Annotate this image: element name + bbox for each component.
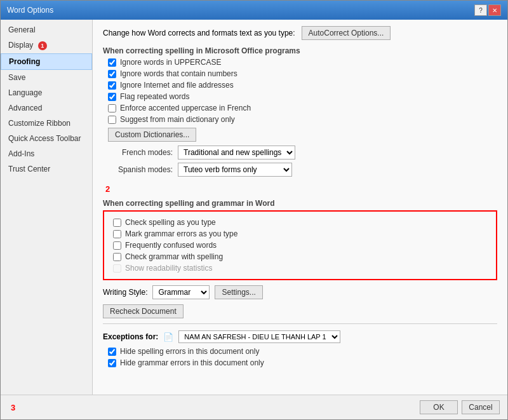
checkbox-grammar-errors: Mark grammar errors as you type — [113, 229, 492, 238]
writing-style-row: Writing Style: Grammar Settings... — [103, 285, 497, 299]
spanish-modes-select[interactable]: Tuteo verb forms only — [178, 163, 292, 177]
checkbox-hide-spelling-label: Hide spelling errors in this document on… — [120, 347, 259, 356]
sidebar-label-add-ins: Add-Ins — [8, 149, 34, 158]
checkbox-readability: Show readability statistics — [113, 264, 492, 273]
bottom-bar: 3 OK Cancel — [1, 395, 507, 419]
writing-style-label: Writing Style: — [103, 288, 147, 297]
checkbox-hide-grammar-label: Hide grammar errors in this document onl… — [120, 358, 264, 367]
display-badge: 1 — [38, 41, 47, 50]
checkbox-readability-label: Show readability statistics — [125, 264, 212, 273]
document-icon: 📄 — [163, 332, 173, 342]
sidebar-label-display: Display — [8, 41, 33, 50]
checkbox-uppercase-input[interactable] — [108, 58, 116, 67]
checkbox-accented-input[interactable] — [108, 104, 116, 112]
title-bar-buttons: ? ✕ — [474, 4, 501, 16]
sidebar-item-advanced[interactable]: Advanced — [1, 100, 92, 116]
checkbox-dictionary-label: Suggest from main dictionary only — [120, 115, 235, 124]
sidebar-item-general[interactable]: General — [1, 22, 92, 37]
dialog-body: General Display 1 Proofing Save Language… — [1, 20, 507, 395]
checkbox-grammar-errors-label: Mark grammar errors as you type — [125, 229, 237, 238]
sidebar: General Display 1 Proofing Save Language… — [1, 20, 93, 395]
sidebar-label-customize-ribbon: Customize Ribbon — [8, 119, 70, 128]
word-grammar-section: Check spelling as you type Mark grammar … — [103, 210, 497, 280]
sidebar-label-trust-center: Trust Center — [8, 165, 50, 173]
checkbox-grammar-errors-input[interactable] — [113, 230, 121, 238]
checkbox-confused-words-label: Frequently confused words — [125, 241, 217, 250]
sidebar-item-save[interactable]: Save — [1, 70, 92, 85]
checkbox-numbers: Ignore words that contain numbers — [108, 69, 497, 78]
checkbox-dictionary: Suggest from main dictionary only — [108, 115, 497, 124]
checkbox-spell-as-type-input[interactable] — [113, 219, 121, 227]
ok-button[interactable]: OK — [420, 400, 458, 414]
sidebar-item-customize-ribbon[interactable]: Customize Ribbon — [1, 116, 92, 131]
settings-button[interactable]: Settings... — [215, 285, 262, 299]
checkbox-hide-grammar: Hide grammar errors in this document onl… — [108, 358, 497, 367]
badge2-row: 2 — [103, 184, 497, 194]
sidebar-label-proofing: Proofing — [9, 57, 40, 66]
close-button[interactable]: ✕ — [488, 4, 501, 16]
sidebar-item-display[interactable]: Display 1 — [1, 37, 92, 53]
sidebar-item-add-ins[interactable]: Add-Ins — [1, 146, 92, 161]
checkbox-uppercase: Ignore words in UPPERCASE — [108, 58, 497, 67]
word-options-dialog: Word Options ? ✕ General Display 1 Proof… — [0, 0, 508, 420]
checkbox-grammar-spelling-input[interactable] — [113, 253, 121, 261]
checkbox-grammar-spelling: Check grammar with spelling — [113, 252, 492, 261]
checkbox-readability-input[interactable] — [113, 264, 121, 273]
autocorrect-row: Change how Word corrects and formats tex… — [103, 26, 497, 40]
recheck-row: Recheck Document — [103, 304, 497, 318]
writing-style-select[interactable]: Grammar — [152, 285, 210, 299]
cancel-button[interactable]: Cancel — [462, 400, 500, 414]
help-button[interactable]: ? — [474, 4, 487, 16]
autocorrect-label: Change how Word corrects and formats tex… — [103, 29, 295, 37]
checkbox-spell-as-type: Check spelling as you type — [113, 218, 492, 227]
spanish-mode-row: Spanish modes: Tuteo verb forms only — [103, 163, 497, 177]
french-modes-label: French modes: — [103, 148, 173, 157]
checkbox-confused-words-input[interactable] — [113, 241, 121, 250]
badge-2: 2 — [105, 184, 110, 194]
checkbox-spell-as-type-label: Check spelling as you type — [125, 218, 216, 227]
checkbox-accented: Enforce accented uppercase in French — [108, 104, 497, 112]
sidebar-item-proofing[interactable]: Proofing — [1, 53, 92, 70]
exceptions-select[interactable]: NAM AN SAFRESH - DIEU LE THANH LAP 1 — [178, 330, 340, 343]
sidebar-item-language[interactable]: Language — [1, 85, 92, 100]
checkbox-uppercase-label: Ignore words in UPPERCASE — [120, 58, 221, 67]
title-bar: Word Options ? ✕ — [1, 1, 507, 20]
exceptions-row: Exceptions for: 📄 NAM AN SAFRESH - DIEU … — [103, 330, 497, 343]
spelling-office-section: When correcting spelling in Microsoft Of… — [103, 46, 497, 177]
sidebar-label-quick-access: Quick Access Toolbar — [8, 134, 81, 143]
divider — [103, 323, 497, 324]
sidebar-label-advanced: Advanced — [8, 104, 42, 112]
checkbox-repeated-label: Flag repeated words — [120, 92, 189, 101]
checkbox-internet: Ignore Internet and file addresses — [108, 81, 497, 90]
checkbox-hide-spelling-input[interactable] — [108, 348, 116, 356]
custom-dictionaries-button[interactable]: Custom Dictionaries... — [108, 128, 196, 142]
badge-3: 3 — [11, 403, 15, 412]
french-mode-row: French modes: Traditional and new spelli… — [103, 146, 497, 159]
dialog-title: Word Options — [7, 6, 53, 15]
checkbox-internet-input[interactable] — [108, 81, 116, 90]
spelling-office-title: When correcting spelling in Microsoft Of… — [103, 46, 497, 55]
sidebar-label-general: General — [8, 25, 36, 34]
sidebar-item-quick-access[interactable]: Quick Access Toolbar — [1, 131, 92, 146]
checkbox-hide-grammar-input[interactable] — [108, 359, 116, 367]
checkbox-dictionary-input[interactable] — [108, 116, 116, 124]
french-modes-select[interactable]: Traditional and new spellings — [178, 146, 295, 159]
sidebar-label-language: Language — [8, 88, 42, 97]
checkbox-hide-spelling: Hide spelling errors in this document on… — [108, 347, 497, 356]
spanish-modes-label: Spanish modes: — [103, 165, 173, 174]
checkbox-accented-label: Enforce accented uppercase in French — [120, 104, 251, 112]
checkbox-numbers-input[interactable] — [108, 70, 116, 78]
checkbox-numbers-label: Ignore words that contain numbers — [120, 69, 237, 78]
exceptions-label: Exceptions for: — [103, 332, 158, 341]
checkbox-repeated-input[interactable] — [108, 93, 116, 101]
word-grammar-title: When correcting spelling and grammar in … — [103, 199, 497, 208]
checkbox-repeated: Flag repeated words — [108, 92, 497, 101]
checkbox-grammar-spelling-label: Check grammar with spelling — [125, 252, 223, 261]
checkbox-internet-label: Ignore Internet and file addresses — [120, 81, 234, 90]
checkbox-confused-words: Frequently confused words — [113, 241, 492, 250]
main-content: Change how Word corrects and formats tex… — [93, 20, 507, 395]
sidebar-item-trust-center[interactable]: Trust Center — [1, 161, 92, 177]
sidebar-label-save: Save — [8, 73, 25, 82]
autocorrect-options-button[interactable]: AutoCorrect Options... — [302, 26, 391, 40]
recheck-document-button[interactable]: Recheck Document — [103, 304, 184, 318]
